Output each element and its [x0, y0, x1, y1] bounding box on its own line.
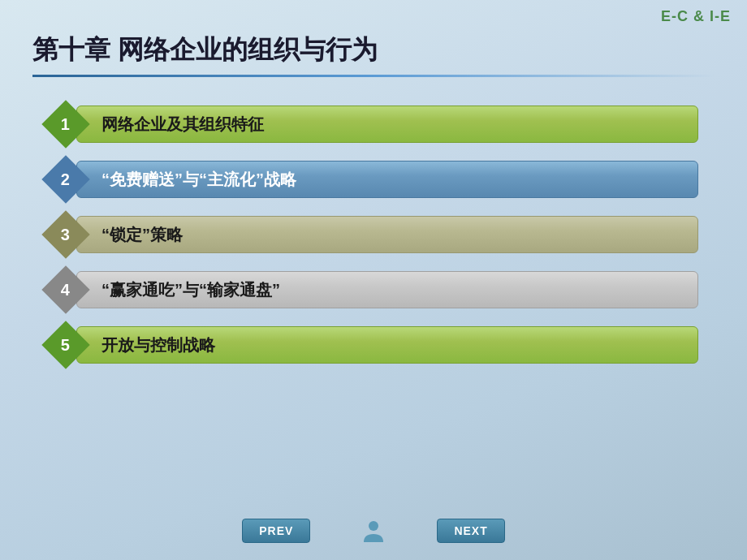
page-title: 第十章 网络企业的组织与行为 — [32, 32, 715, 68]
menu-container: 1网络企业及其组织特征2“免费赠送”与“主流化”战略3“锁定”策略4“赢家通吃”… — [49, 106, 698, 364]
menu-row-3[interactable]: 3“锁定”策略 — [49, 216, 698, 253]
menu-row-1[interactable]: 1网络企业及其组织特征 — [49, 106, 698, 143]
bottom-nav: PREV NEXT — [0, 516, 747, 545]
menu-row-5[interactable]: 5开放与控制战略 — [49, 326, 698, 364]
title-underline — [32, 75, 715, 77]
menu-row-4[interactable]: 4“赢家通吃”与“输家通盘” — [49, 271, 698, 308]
label-bar-5: 开放与控制战略 — [76, 326, 698, 364]
avatar-icon — [359, 516, 388, 545]
label-bar-4: “赢家通吃”与“输家通盘” — [76, 271, 698, 308]
svg-point-0 — [369, 521, 378, 531]
brand-label: E-C & I-E — [661, 8, 731, 25]
label-bar-3: “锁定”策略 — [76, 216, 698, 253]
prev-button[interactable]: PREV — [242, 519, 310, 543]
label-bar-2: “免费赠送”与“主流化”战略 — [76, 161, 698, 198]
menu-row-2[interactable]: 2“免费赠送”与“主流化”战略 — [49, 161, 698, 198]
next-button[interactable]: NEXT — [437, 519, 504, 543]
label-bar-1: 网络企业及其组织特征 — [76, 106, 698, 143]
title-area: 第十章 网络企业的组织与行为 — [32, 32, 715, 77]
